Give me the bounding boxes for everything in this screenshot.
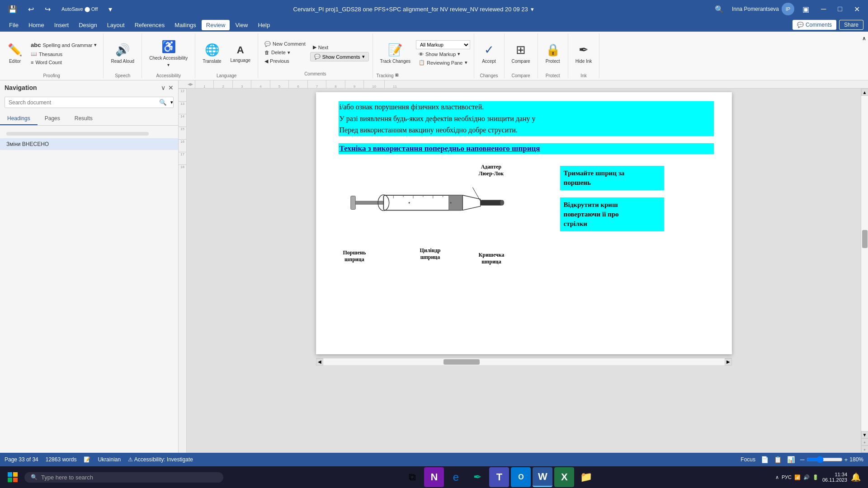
scroll-track-v[interactable] [861,96,868,431]
scroll-thumb-v[interactable] [862,230,868,248]
show-markup-button[interactable]: 👁 Show Markup ▾ [416,50,470,58]
dropdown-icon[interactable]: ▾ [531,6,534,13]
redo-button[interactable]: ↪ [41,3,54,15]
print-layout-btn[interactable]: 📋 [774,456,782,463]
tracking-expand[interactable]: ⊞ [394,72,400,78]
menu-review[interactable]: Review [202,20,230,30]
zoom-in-btn[interactable]: + [844,456,848,463]
start-button[interactable] [3,467,23,487]
close-btn[interactable]: ✕ [850,3,863,15]
scrollbar-horizontal[interactable]: ◀ ▶ [316,358,732,365]
nav-heading-item[interactable]: Зміни ВНЕСЕНО [0,138,178,150]
menu-view[interactable]: View [231,20,252,30]
scroll-thumb-h[interactable] [443,359,480,365]
autosave-toggle[interactable]: AutoSave ⬤ Off [58,5,101,14]
read-aloud-button[interactable]: 🔊 Read Aloud [107,35,138,71]
customize-btn[interactable]: ▾ [105,3,116,15]
clock-area[interactable]: 11:34 06.11.2023 [822,472,847,483]
compare-button[interactable]: ⊞ Compare [508,35,534,71]
zoom-percent[interactable]: 180% [849,456,863,463]
accessibility-dropdown[interactable]: ▾ [167,62,170,67]
reviewing-pane-button[interactable]: 📋 Reviewing Pane ▾ [416,59,470,66]
scroll-down-btn[interactable]: ▼ [861,431,868,438]
taskbar-edge[interactable]: e [446,467,466,487]
scroll-page-down-btn[interactable]: ⬦ [861,446,868,453]
scroll-right-btn[interactable]: ▶ [725,358,732,366]
taskbar-search-input[interactable] [41,474,217,481]
menu-home[interactable]: Home [24,20,49,30]
menu-insert[interactable]: Insert [50,20,74,30]
collapse-ribbon-btn[interactable]: ∧ [862,35,866,42]
spelling-dropdown[interactable]: ▾ [94,42,97,48]
delete-dropdown[interactable]: ▾ [288,50,290,56]
undo-button[interactable]: ↩ [24,3,38,15]
ribbon-collapse[interactable]: ∧ [860,33,868,78]
language-indicator[interactable]: Ukrainian [98,456,121,463]
taskbar-excel[interactable]: X [554,467,574,487]
read-mode-btn[interactable]: 📄 [761,456,769,463]
markup-select[interactable]: All Markup Simple Markup No Markup Origi… [416,40,470,49]
search-dropdown-btn[interactable]: ▾ [170,99,173,105]
taskbar-explorer[interactable]: 📁 [576,467,596,487]
tab-pages[interactable]: Pages [38,113,67,125]
track-changes-button[interactable]: 📝 Track Changes [377,35,414,71]
volume-icon[interactable]: 🔊 [803,474,810,480]
nav-close-btn[interactable]: ✕ [168,84,174,91]
new-comment-button[interactable]: 💬 New Comment [262,40,308,48]
menu-file[interactable]: File [5,20,23,30]
scroll-track-h[interactable] [323,358,725,365]
zoom-out-btn[interactable]: ─ [800,456,804,463]
comments-btn[interactable]: 💬 Comments [793,20,836,30]
search-btn[interactable]: 🔍 [711,3,727,15]
accept-button[interactable]: ✓ Accept [478,35,500,71]
nav-collapse-btn[interactable]: ∨ [161,84,165,91]
scroll-page-up-btn[interactable]: ⬦ [861,438,868,446]
next-button[interactable]: ▶ Next [310,43,369,51]
menu-design[interactable]: Design [74,20,101,30]
layout-btn[interactable]: ▣ [799,3,813,15]
scroll-up-btn[interactable]: ▲ [861,89,868,96]
keyboard-indicator[interactable]: РУС [782,474,792,480]
save-button[interactable]: 💾 [5,3,21,15]
search-submit-btn[interactable]: 🔍 [156,97,170,108]
task-view-btn[interactable]: ⧉ [402,467,422,487]
tab-headings[interactable]: Headings [0,113,38,125]
check-accessibility-button[interactable]: ♿ Check Accessibility ▾ [146,35,191,71]
web-layout-btn[interactable]: 📊 [787,456,795,463]
delete-comment-button[interactable]: 🗑 Delete ▾ [262,49,308,56]
menu-layout[interactable]: Layout [103,20,129,30]
focus-btn[interactable]: Focus [741,456,755,463]
tray-arrow[interactable]: ∧ [775,474,779,480]
search-box[interactable]: 🔍 [24,472,223,483]
menu-references[interactable]: References [130,20,169,30]
menu-help[interactable]: Help [253,20,274,30]
search-input[interactable] [5,98,156,108]
language-button[interactable]: A Language [227,35,255,71]
taskbar-stylus[interactable]: ✒ [467,467,487,487]
word-count[interactable]: 12863 words [46,456,77,463]
taskbar-teams[interactable]: T [489,467,509,487]
taskbar-onenote[interactable]: N [424,467,444,487]
scrollbar-vertical[interactable]: ▲ ▼ ⬦ ⬦ [861,89,868,453]
show-comments-button[interactable]: 💬 Show Comments ▾ [310,52,369,61]
protect-button[interactable]: 🔒 Protect [542,35,564,71]
notification-btn[interactable]: 🔔 [851,472,861,482]
taskbar-word[interactable]: W [533,467,552,487]
taskbar-outlook[interactable]: O [511,467,531,487]
minimize-btn[interactable]: ─ [817,3,830,15]
hide-ink-button[interactable]: ✒ Hide Ink [572,35,596,71]
document-scroll-area[interactable]: і/або ознак порушення фізичних властивос… [187,89,861,453]
editor-button[interactable]: ✏️ Editor [4,35,26,71]
translate-button[interactable]: 🌐 Translate [199,35,225,71]
previous-button[interactable]: ◀ Previous [262,57,308,65]
share-btn[interactable]: Share [839,20,863,30]
accessibility-status[interactable]: ⚠ Accessibility: Investigate [128,456,193,463]
menu-mailings[interactable]: Mailings [170,20,201,30]
nav-search[interactable]: 🔍 ▾ [5,97,174,108]
show-comments-dropdown[interactable]: ▾ [362,54,365,60]
maximize-btn[interactable]: □ [834,3,846,15]
spelling-button[interactable]: abc Spelling and Grammar ▾ [28,41,99,49]
zoom-slider[interactable] [807,456,843,463]
wordcount-button[interactable]: ≡ Word Count [28,59,99,66]
tab-results[interactable]: Results [67,113,100,125]
